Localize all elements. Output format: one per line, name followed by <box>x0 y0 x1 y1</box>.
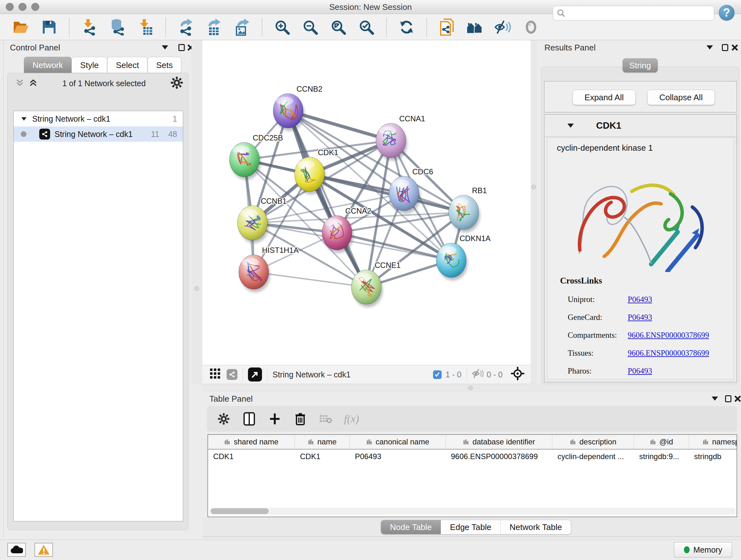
float-panel-icon[interactable] <box>722 44 728 51</box>
collapse-all-button[interactable]: Collapse All <box>647 90 715 105</box>
protein-node[interactable]: CDKN1A <box>436 234 490 280</box>
panel-menu-icon[interactable] <box>162 45 168 50</box>
birdseye-crosshair-icon[interactable] <box>511 367 524 382</box>
protein-node[interactable]: CCNB1 <box>238 197 286 243</box>
clear-table-icon[interactable] <box>319 411 333 427</box>
horizontal-scrollbar[interactable] <box>210 508 736 515</box>
network-row[interactable]: String Network – cdk1 11 48 <box>14 126 183 142</box>
collapse-all-networks-icon[interactable] <box>15 78 24 88</box>
zoom-out-icon[interactable] <box>302 18 319 37</box>
houses-icon[interactable] <box>467 18 483 37</box>
refresh-icon[interactable] <box>398 18 415 37</box>
minimize-window-button[interactable] <box>18 3 26 11</box>
gear-icon[interactable] <box>171 76 183 90</box>
float-panel-icon[interactable] <box>179 44 185 51</box>
crosslink-link[interactable]: P06493 <box>628 313 652 322</box>
export-table-icon[interactable] <box>205 18 222 37</box>
export-network-icon[interactable] <box>178 18 194 37</box>
grid-view-icon[interactable] <box>209 368 221 381</box>
import-network-file-icon[interactable] <box>81 18 98 37</box>
warning-button[interactable] <box>35 543 53 557</box>
hidden-count: 0 - 0 <box>487 370 502 379</box>
network-collection-row[interactable]: String Network – cdk1 1 <box>14 111 183 126</box>
string-app-icon <box>39 129 50 139</box>
float-panel-icon[interactable] <box>725 395 731 402</box>
crosslink-link[interactable]: 9606.ENSP00000378699 <box>628 331 709 340</box>
table-gear-icon[interactable] <box>216 411 231 427</box>
help-icon[interactable]: ? <box>719 5 735 21</box>
zoom-window-button[interactable] <box>31 3 39 11</box>
zoom-fit-icon[interactable] <box>330 18 347 37</box>
memory-button[interactable]: Memory <box>674 542 732 557</box>
crosslink-link[interactable]: 9606.ENSP00000378699 <box>628 349 709 358</box>
export-image-icon[interactable] <box>233 18 250 37</box>
tab-network-table[interactable]: Network Table <box>500 520 571 535</box>
tab-node-table[interactable]: Node Table <box>381 520 441 535</box>
import-network-database-icon[interactable] <box>109 18 126 37</box>
network-view-title: String Network – cdk1 <box>273 370 351 379</box>
splitter-handle[interactable] <box>194 286 199 291</box>
column-header[interactable]: name <box>295 435 350 449</box>
network-view-toolbar: String Network – cdk1 1 - 0 0 - 0 <box>202 365 531 384</box>
crosslinks-list: Uniprot:P06493GeneCard:P06493Compartment… <box>568 291 727 380</box>
function-builder-icon[interactable]: f(x) <box>344 413 359 425</box>
gene-entry-header[interactable]: CDK1 <box>544 115 737 137</box>
search-input[interactable] <box>553 6 714 20</box>
tab-select[interactable]: Select <box>107 57 147 73</box>
close-panel-icon[interactable] <box>731 44 738 51</box>
horizontal-splitter[interactable] <box>202 384 741 392</box>
protein-node[interactable]: CCNB2 <box>273 84 322 131</box>
eye-icon[interactable] <box>523 18 539 37</box>
network-svg[interactable]: CCNB2CCNA1CDC25BCDK1CDC6RB1CCNB1CCNA2CDK… <box>202 40 531 365</box>
scrollbar-thumb[interactable] <box>211 508 269 514</box>
vertical-splitter-right[interactable] <box>531 40 537 384</box>
string-view-icon[interactable] <box>226 369 238 380</box>
hidden-eye-icon[interactable] <box>472 368 483 381</box>
network-node-count: 11 <box>151 130 159 139</box>
zoom-selected-icon[interactable] <box>358 18 375 37</box>
crosslink-link[interactable]: P06493 <box>628 367 652 375</box>
save-session-icon[interactable] <box>41 18 57 37</box>
tab-edge-table[interactable]: Edge Table <box>441 520 500 535</box>
add-column-icon[interactable] <box>267 411 282 427</box>
open-file-icon[interactable] <box>13 18 29 37</box>
first-neighbors-icon[interactable] <box>439 18 455 37</box>
tab-network[interactable]: Network <box>24 57 71 73</box>
show-columns-icon[interactable] <box>242 411 257 427</box>
column-header[interactable]: @id <box>634 435 689 449</box>
delete-column-icon[interactable] <box>293 411 308 427</box>
cloud-button[interactable] <box>7 543 26 557</box>
tab-style[interactable]: Style <box>71 57 107 73</box>
search-field[interactable] <box>565 9 705 17</box>
column-header[interactable]: shared name <box>208 435 295 449</box>
collapse-entry-icon[interactable] <box>567 124 574 128</box>
column-header[interactable]: description <box>552 435 634 449</box>
open-in-window-icon[interactable] <box>248 368 262 381</box>
panel-menu-icon[interactable] <box>706 45 713 50</box>
column-header[interactable]: database identifier <box>446 435 552 449</box>
table-row[interactable]: CDK1CDK1P064939606.ENSP00000378699cyclin… <box>208 449 737 463</box>
table-panel-title: Table Panel <box>209 394 253 404</box>
panel-menu-icon[interactable] <box>712 396 718 401</box>
expand-all-button[interactable]: Expand All <box>572 90 636 105</box>
protein-node[interactable]: HIST1H1A <box>239 246 299 292</box>
close-window-button[interactable] <box>6 3 14 11</box>
protein-node[interactable]: CCNA1 <box>376 114 425 161</box>
close-panel-icon[interactable] <box>734 395 741 402</box>
column-header[interactable]: namespace <box>689 435 737 449</box>
network-canvas[interactable]: CCNB2CCNA1CDC25BCDK1CDC6RB1CCNB1CCNA2CDK… <box>202 40 531 365</box>
collection-expand-icon[interactable] <box>21 117 26 120</box>
zoom-in-icon[interactable] <box>274 18 290 37</box>
crosslink-link[interactable]: P06493 <box>628 295 652 304</box>
import-table-icon[interactable] <box>137 18 154 37</box>
splitter-handle[interactable] <box>531 185 536 189</box>
eye-slash-icon[interactable] <box>495 18 511 37</box>
column-header[interactable]: canonical name <box>350 435 446 449</box>
expand-all-networks-icon[interactable] <box>29 78 38 88</box>
vertical-splitter-left[interactable] <box>192 40 202 384</box>
selected-checkbox-icon[interactable] <box>433 370 442 379</box>
tab-string[interactable]: String <box>623 58 658 72</box>
splitter-handle[interactable] <box>468 386 473 390</box>
protein-node[interactable]: RB1 <box>449 186 487 233</box>
tab-sets[interactable]: Sets <box>147 57 181 73</box>
